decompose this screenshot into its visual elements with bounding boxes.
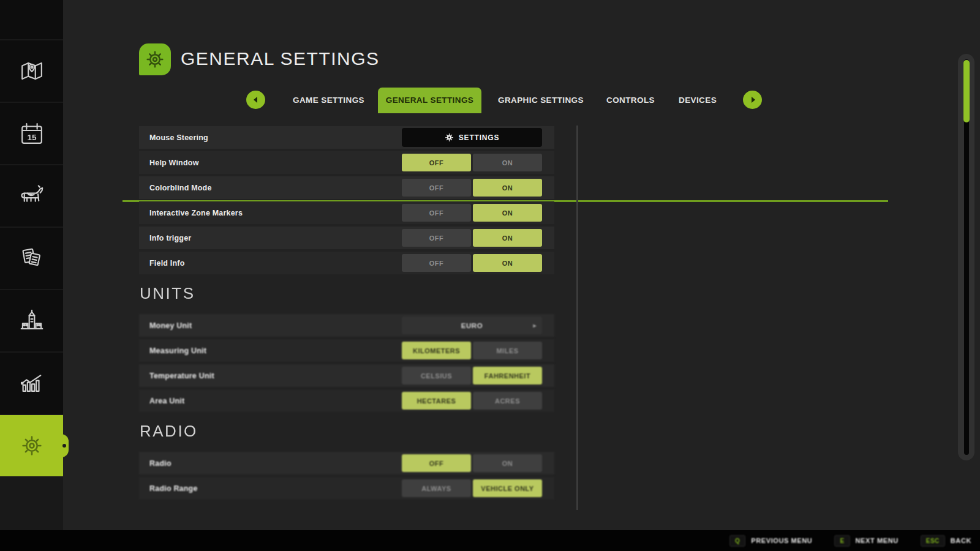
- hint-back[interactable]: ESCBACK: [921, 535, 971, 547]
- tabs-next-arrow[interactable]: [743, 91, 762, 109]
- setting-row: Info triggerOFFON: [139, 227, 554, 249]
- setting-control: KILOMETERSMILES: [402, 342, 542, 359]
- right-chevron-icon: ▸: [533, 323, 537, 329]
- sidebar-item-animals[interactable]: [0, 165, 63, 227]
- setting-control: CELSIUSFAHRENHEIT: [402, 367, 542, 384]
- money-unit-dropdown[interactable]: EURO▸: [402, 317, 542, 334]
- setting-label: Colorblind Mode: [139, 184, 212, 192]
- sidebar-item-map[interactable]: [0, 40, 63, 102]
- toggle-option-on[interactable]: ON: [473, 254, 542, 272]
- setting-label: Area Unit: [139, 397, 184, 405]
- hint-label: NEXT MENU: [856, 537, 899, 544]
- setting-control: OFFON: [402, 254, 542, 272]
- sidebar-item-production[interactable]: [0, 290, 63, 351]
- toggle-option-off[interactable]: OFF: [402, 204, 471, 222]
- toggle-option-celsius[interactable]: CELSIUS: [402, 367, 471, 384]
- tab-controls[interactable]: CONTROLS: [606, 88, 655, 113]
- setting-control: OFFON: [402, 229, 542, 247]
- mouse-steering-settings-button[interactable]: SETTINGS: [402, 128, 542, 147]
- toggle-option-miles[interactable]: MILES: [473, 342, 542, 359]
- hint-next-menu[interactable]: ENEXT MENU: [834, 535, 898, 547]
- bottom-hint-bar: QPREVIOUS MENUENEXT MENUESCBACK: [0, 530, 980, 551]
- map-icon: [18, 58, 46, 84]
- toggle-group: ALWAYSVEHICLE ONLY: [402, 479, 542, 497]
- setting-label: Info trigger: [139, 234, 191, 242]
- sidebar: 15: [0, 0, 63, 551]
- gear-icon: [445, 133, 454, 142]
- toggle-group: KILOMETERSMILES: [402, 342, 542, 359]
- toggle-option-hectares[interactable]: HECTARES: [402, 392, 471, 410]
- toggle-option-off[interactable]: OFF: [402, 179, 471, 197]
- setting-control: OFFON: [402, 154, 542, 171]
- content-scrollbar[interactable]: [576, 126, 578, 510]
- setting-row: Mouse Steering SETTINGS: [139, 126, 554, 149]
- animals-icon: [18, 183, 46, 209]
- setting-row: RadioOFFON: [139, 452, 554, 474]
- toggle-group: OFFON: [402, 229, 542, 247]
- settings-icon: [18, 433, 46, 459]
- sidebar-spacer: [0, 0, 63, 39]
- toggle-option-off[interactable]: OFF: [402, 154, 471, 171]
- gear-icon: [144, 48, 166, 70]
- toggle-option-fahrenheit[interactable]: FAHRENHEIT: [473, 367, 542, 384]
- sidebar-item-contracts[interactable]: [0, 228, 63, 289]
- toggle-option-on[interactable]: ON: [473, 454, 542, 472]
- setting-control: ALWAYSVEHICLE ONLY: [402, 479, 542, 497]
- sidebar-item-settings[interactable]: [0, 415, 63, 476]
- hint-label: PREVIOUS MENU: [751, 537, 812, 544]
- toggle-option-always[interactable]: ALWAYS: [402, 479, 471, 497]
- hint-previous-menu[interactable]: QPREVIOUS MENU: [729, 535, 812, 547]
- production-icon: [18, 308, 46, 334]
- setting-label: Interactive Zone Markers: [139, 209, 243, 217]
- hint-label: BACK: [951, 537, 971, 544]
- setting-label: Radio: [139, 459, 172, 468]
- toggle-option-on[interactable]: ON: [473, 204, 542, 222]
- sidebar-item-calendar[interactable]: 15: [0, 103, 63, 164]
- toggle-option-kilometers[interactable]: KILOMETERS: [402, 342, 471, 359]
- setting-control: EURO▸: [402, 317, 542, 334]
- tab-bar: GAME SETTINGSGENERAL SETTINGSGRAPHIC SET…: [63, 88, 980, 113]
- tab-general-settings[interactable]: GENERAL SETTINGS: [378, 88, 481, 113]
- page-title: GENERAL SETTINGS: [181, 48, 380, 69]
- setting-label: Measuring Unit: [139, 347, 206, 355]
- setting-row: Interactive Zone MarkersOFFON: [139, 201, 554, 224]
- toggle-option-off[interactable]: OFF: [402, 229, 471, 247]
- page-scrollbar[interactable]: [958, 54, 974, 460]
- sidebar-item-statistics[interactable]: [0, 353, 63, 414]
- setting-label: Field Info: [139, 259, 185, 268]
- button-label: SETTINGS: [459, 133, 499, 142]
- tabs-prev-arrow[interactable]: [246, 91, 265, 109]
- setting-control: OFFON: [402, 179, 542, 197]
- statistics-icon: [18, 370, 46, 396]
- key-badge: Q: [729, 535, 745, 547]
- setting-label: Help Window: [139, 159, 199, 167]
- setting-row: Money UnitEURO▸: [139, 314, 554, 337]
- page-scrollbar-thumb[interactable]: [963, 60, 970, 122]
- tab-graphic-settings[interactable]: GRAPHIC SETTINGS: [498, 88, 584, 113]
- toggle-option-on[interactable]: ON: [473, 229, 542, 247]
- toggle-group: CELSIUSFAHRENHEIT: [402, 367, 542, 384]
- toggle-group: OFFON: [402, 254, 542, 272]
- setting-control: HECTARESACRES: [402, 392, 542, 410]
- right-arrow-icon: [752, 97, 755, 103]
- toggle-option-vehicle-only[interactable]: VEHICLE ONLY: [473, 479, 542, 497]
- tab-devices[interactable]: DEVICES: [679, 88, 717, 113]
- settings-list: Mouse Steering SETTINGSHelp WindowOFFONC…: [139, 126, 554, 502]
- toggle-group: OFFON: [402, 454, 542, 472]
- setting-control: OFFON: [402, 204, 542, 222]
- toggle-option-off[interactable]: OFF: [402, 454, 471, 472]
- setting-row: Temperature UnitCELSIUSFAHRENHEIT: [139, 364, 554, 387]
- left-arrow-icon: [254, 97, 257, 103]
- section-heading: RADIO: [140, 422, 554, 441]
- setting-label: Temperature Unit: [139, 372, 214, 380]
- setting-row: Area UnitHECTARESACRES: [139, 389, 554, 412]
- toggle-option-acres[interactable]: ACRES: [473, 392, 542, 410]
- setting-row: Field InfoOFFON: [139, 252, 554, 274]
- toggle-option-on[interactable]: ON: [473, 154, 542, 171]
- contracts-icon: [18, 246, 46, 271]
- tab-game-settings[interactable]: GAME SETTINGS: [293, 88, 364, 113]
- key-badge: ESC: [921, 535, 945, 547]
- toggle-option-on[interactable]: ON: [473, 179, 542, 197]
- setting-row: Colorblind ModeOFFON: [139, 176, 554, 199]
- toggle-option-off[interactable]: OFF: [402, 254, 471, 272]
